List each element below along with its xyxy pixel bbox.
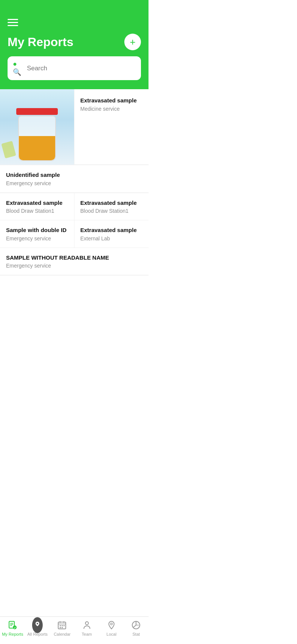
report-name: SAMPLE WITHOUT READABLE NAME xyxy=(6,254,142,262)
report-service: Emergency service xyxy=(6,180,142,186)
report-row-4: Sample with double ID Emergency service … xyxy=(0,220,148,248)
report-name: Extravasated sample xyxy=(80,97,143,104)
add-report-button[interactable]: + xyxy=(124,34,141,50)
header: My Reports + ●🔍 xyxy=(0,0,148,89)
list-item[interactable]: Sample with double ID Emergency service xyxy=(0,220,74,248)
sample-container-icon xyxy=(16,108,58,161)
report-service: Blood Draw Station1 xyxy=(80,208,143,214)
hamburger-menu[interactable] xyxy=(8,19,18,26)
search-bar[interactable]: ●🔍 xyxy=(8,56,141,80)
report-service: Blood Draw Station1 xyxy=(6,208,68,214)
reports-content: Extravasated sample Medicine service Uni… xyxy=(0,89,148,313)
list-item[interactable]: Extravasated sample External Lab xyxy=(74,220,149,248)
report-service: Emergency service xyxy=(6,263,142,269)
report-image xyxy=(0,89,74,165)
report-name: Sample with double ID xyxy=(6,226,68,234)
report-row-3: Extravasated sample Blood Draw Station1 … xyxy=(0,193,148,221)
report-service: Emergency service xyxy=(6,235,68,242)
report-row-2: Unidentified sample Emergency service xyxy=(0,165,148,193)
search-icon: ●🔍 xyxy=(13,60,24,76)
list-item[interactable]: Extravasated sample Medicine service xyxy=(74,89,149,165)
report-row-5: SAMPLE WITHOUT READABLE NAME Emergency s… xyxy=(0,248,148,276)
list-item[interactable] xyxy=(0,89,74,165)
report-service: Medicine service xyxy=(80,106,143,112)
list-item[interactable]: Extravasated sample Blood Draw Station1 xyxy=(0,193,74,220)
report-name: Extravasated sample xyxy=(80,199,143,207)
report-service: External Lab xyxy=(80,235,143,242)
report-name: Extravasated sample xyxy=(6,199,68,207)
page-title: My Reports xyxy=(8,35,73,49)
list-item[interactable]: Extravasated sample Blood Draw Station1 xyxy=(74,193,149,220)
report-name: Extravasated sample xyxy=(80,226,143,234)
report-row-1: Extravasated sample Medicine service xyxy=(0,89,148,165)
list-item[interactable]: SAMPLE WITHOUT READABLE NAME Emergency s… xyxy=(0,248,148,276)
list-item[interactable]: Unidentified sample Emergency service xyxy=(0,165,148,193)
report-name: Unidentified sample xyxy=(6,171,142,179)
search-input[interactable] xyxy=(27,65,136,72)
